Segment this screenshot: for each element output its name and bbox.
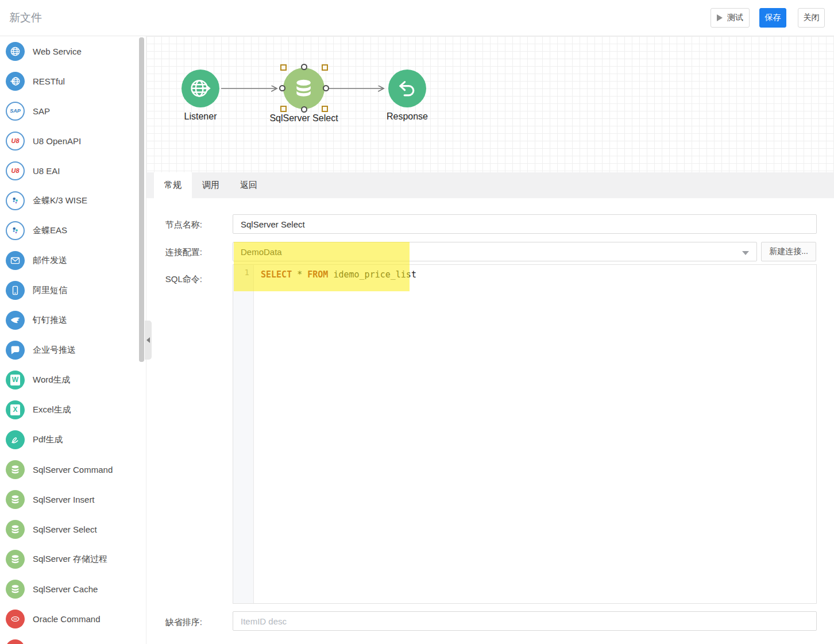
node-name-input[interactable]: [233, 214, 817, 234]
sidebar-item[interactable]: SqlServer Select: [0, 514, 146, 544]
test-button[interactable]: 测试: [711, 8, 750, 28]
sap-logo-icon: SAP: [6, 102, 25, 121]
sidebar-item[interactable]: WWord生成: [0, 365, 146, 395]
chevron-left-icon: [146, 337, 150, 343]
connection-label: 连接配置:: [128, 247, 202, 258]
database-icon: [283, 68, 325, 109]
flow-node-response[interactable]: [388, 70, 426, 107]
sidebar-item[interactable]: Pdf生成: [0, 425, 146, 454]
new-connection-button[interactable]: 新建连接...: [761, 242, 816, 261]
config-tabs: 常规调用返回: [146, 172, 834, 198]
sql-star: *: [297, 269, 302, 280]
sidebar-item-label: 金蝶EAS: [33, 225, 67, 236]
sql-code-line[interactable]: SELECT * FROM idemo_price_list: [254, 265, 816, 603]
flow-node-label: Listener: [143, 111, 258, 122]
selection-handle[interactable]: [322, 64, 328, 71]
test-button-label: 测试: [727, 13, 743, 23]
tab-常规[interactable]: 常规: [154, 172, 192, 198]
close-button[interactable]: 关闭: [798, 8, 825, 28]
connection-port[interactable]: [301, 64, 307, 70]
sidebar-item[interactable]: SAPSAP: [0, 96, 146, 126]
header-bar: 新文件 测试 保存 关闭: [0, 0, 834, 36]
sql-command-label: SQL命令:: [128, 274, 202, 285]
database-icon: [6, 550, 25, 569]
connection-port[interactable]: [279, 85, 285, 91]
sidebar-item[interactable]: SqlServer Insert: [0, 484, 146, 514]
node-name-label: 节点名称:: [128, 219, 202, 230]
word-doc-icon: W: [6, 371, 25, 390]
sidebar-item-label: Web Service: [33, 47, 82, 56]
connection-port[interactable]: [323, 85, 329, 91]
sidebar-item[interactable]: RESTful: [0, 66, 146, 96]
connector-arrows: [146, 36, 834, 172]
sidebar-item[interactable]: Oracle Command: [0, 604, 146, 634]
sidebar-item[interactable]: 金蝶K/3 WISE: [0, 186, 146, 215]
tab-调用[interactable]: 调用: [192, 172, 230, 198]
sidebar-item[interactable]: XExcel生成: [0, 395, 146, 425]
chat-icon: [6, 341, 25, 360]
pdf-doc-icon: [6, 430, 25, 449]
sidebar-item-label: 阿里短信: [33, 285, 67, 296]
sidebar-collapse-handle[interactable]: [145, 321, 152, 360]
sidebar-item[interactable]: SqlServer 存储过程: [0, 544, 146, 574]
sidebar-scrollbar[interactable]: [139, 37, 144, 362]
excel-doc-icon: X: [6, 400, 25, 419]
sidebar-item[interactable]: 钉钉推送: [0, 305, 146, 335]
kingdee-logo-icon: [6, 221, 25, 240]
globe-arrow-icon: [6, 72, 25, 91]
kingdee-logo-icon: [6, 191, 25, 210]
sidebar-item-label: SqlServer 存储过程: [33, 554, 107, 565]
database-icon: [6, 520, 25, 539]
mail-icon: [6, 251, 25, 270]
sidebar-item[interactable]: SqlServer Command: [0, 454, 146, 484]
oracle-db-icon: [6, 610, 25, 628]
sql-editor[interactable]: 1 SELECT * FROM idemo_price_list: [233, 264, 817, 604]
flow-canvas[interactable]: ListenerSqlServer SelectResponse: [146, 36, 834, 172]
sidebar-item[interactable]: 邮件发送: [0, 245, 146, 275]
wing-icon: [6, 311, 25, 330]
page-title: 新文件: [9, 10, 42, 25]
sidebar-item[interactable]: U8U8 EAI: [0, 156, 146, 186]
sidebar-item[interactable]: 企业号推送: [0, 335, 146, 365]
sidebar-item-label: RESTful: [33, 76, 65, 86]
sidebar-item[interactable]: 阿里短信: [0, 275, 146, 305]
sidebar-item-label: Word生成: [33, 375, 71, 385]
connection-port[interactable]: [301, 106, 307, 113]
sidebar-item-label: Excel生成: [33, 404, 71, 415]
sidebar-item-label: SqlServer Command: [33, 465, 113, 475]
sidebar-item-label: 企业号推送: [33, 345, 76, 356]
sidebar-item-label: U8 OpenAPI: [33, 136, 81, 146]
sidebar-list: Web ServiceRESTfulSAPSAPU8U8 OpenAPIU8U8…: [0, 36, 146, 644]
line-number: 1: [233, 268, 249, 277]
flow-node-sqlserver-select[interactable]: [283, 68, 325, 109]
selection-handle[interactable]: [322, 106, 328, 112]
flow-node-listener[interactable]: [182, 70, 219, 107]
database-icon: [6, 580, 25, 599]
default-sort-input[interactable]: [233, 611, 817, 631]
sidebar-item-label: Pdf生成: [33, 434, 63, 445]
flow-node-label: SqlServer Select: [246, 113, 361, 124]
sidebar-item-label: Oracle Command: [33, 614, 101, 624]
play-icon: [717, 14, 723, 21]
sql-keyword: FROM: [307, 269, 328, 280]
sidebar-item[interactable]: SqlServer Cache: [0, 574, 146, 604]
database-icon: [6, 460, 25, 479]
sql-table-name: idemo_price_list: [333, 269, 416, 280]
sidebar-item-label: 邮件发送: [33, 255, 67, 266]
save-button[interactable]: 保存: [759, 8, 786, 28]
u8-logo-icon: U8: [6, 132, 25, 151]
sidebar-item[interactable]: Web Service: [0, 36, 146, 66]
connection-select[interactable]: DemoData: [233, 242, 757, 261]
connection-select-value: DemoData: [241, 247, 282, 257]
selection-handle[interactable]: [280, 106, 287, 112]
globe-icon: [6, 42, 25, 61]
u8-logo-icon: U8: [6, 161, 25, 180]
database-icon: [6, 490, 25, 509]
sidebar-item[interactable]: 金蝶EAS: [0, 215, 146, 245]
sidebar-item[interactable]: U8U8 OpenAPI: [0, 126, 146, 156]
sidebar-item[interactable]: [0, 634, 146, 644]
selection-handle[interactable]: [280, 64, 287, 71]
tab-返回[interactable]: 返回: [230, 172, 268, 198]
sidebar-item-label: SAP: [33, 106, 50, 116]
oracle-db-icon: [6, 639, 25, 644]
